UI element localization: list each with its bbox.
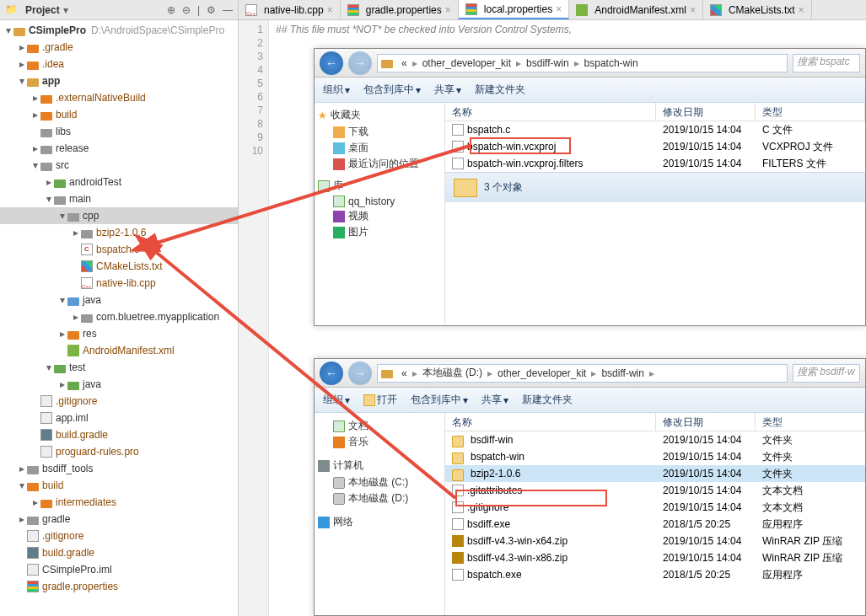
tree-label[interactable]: .gitignore <box>56 395 97 407</box>
col-date[interactable]: 修改日期 <box>656 103 756 121</box>
include-menu[interactable]: 包含到库中 ▾ <box>363 83 421 97</box>
hide-icon[interactable]: — <box>223 4 233 16</box>
tree-label[interactable]: com.bluetree.myapplication <box>96 311 219 323</box>
tree-label[interactable]: native-lib.cpp <box>96 277 156 289</box>
tree-label[interactable]: gradle <box>42 513 70 525</box>
tree-toggle[interactable]: ▸ <box>17 58 27 70</box>
tree-label[interactable]: build.gradle <box>42 547 94 559</box>
col-name[interactable]: 名称 <box>445 413 656 431</box>
share-menu[interactable]: 共享 ▾ <box>481 393 508 407</box>
explorer-sidebar[interactable]: 文档 音乐 计算机 本地磁盘 (C:) 本地磁盘 (D:) 网络 <box>315 413 445 615</box>
tree-label[interactable]: res <box>83 328 97 340</box>
file-row[interactable]: bspatch-win.vcxproj.filters2019/10/15 14… <box>445 155 865 172</box>
explorer-window-1[interactable]: ← → «▸ other_developer_kit▸ bsdiff-win▸ … <box>314 48 866 326</box>
tree-label[interactable]: bspatch.c <box>96 244 139 255</box>
include-menu[interactable]: 包含到库中 ▾ <box>411 393 468 407</box>
tree-label[interactable]: gradle.properties <box>42 581 118 592</box>
back-button[interactable]: ← <box>320 51 343 75</box>
tree-toggle[interactable]: ▸ <box>30 496 40 508</box>
share-menu[interactable]: 共享 ▾ <box>434 83 461 97</box>
organize-menu[interactable]: 组织 ▾ <box>323 393 350 407</box>
close-icon[interactable]: × <box>556 3 562 15</box>
target-icon[interactable]: ⊖ <box>182 4 191 16</box>
file-row[interactable]: bsdiff-win2019/10/15 14:04文件夹 <box>445 431 865 448</box>
explorer-window-2[interactable]: ← → «▸ 本地磁盘 (D:)▸ other_developer_kit▸ b… <box>314 358 866 616</box>
tree-toggle[interactable]: ▾ <box>3 24 13 36</box>
tree-label[interactable]: libs <box>56 126 71 137</box>
tree-label[interactable]: .externalNativeBuild <box>56 92 146 104</box>
tab-native-lib[interactable]: native-lib.cpp× <box>239 0 341 19</box>
tab-cmake[interactable]: CMakeLists.txt× <box>703 0 812 19</box>
close-icon[interactable]: × <box>327 4 333 16</box>
tree-label[interactable]: test <box>69 362 85 373</box>
tree-label[interactable]: .gradle <box>42 41 73 53</box>
tree-toggle[interactable]: ▾ <box>17 479 27 491</box>
search-input[interactable]: 搜索 bspatc <box>793 54 860 72</box>
tree-label[interactable]: java <box>83 378 101 390</box>
close-icon[interactable]: × <box>799 4 804 16</box>
back-button[interactable]: ← <box>320 362 343 385</box>
file-row[interactable]: bsdiff-v4.3-win-x86.zip2019/10/15 14:04W… <box>445 549 865 566</box>
breadcrumb[interactable]: «▸ other_developer_kit▸ bsdiff-win▸ bspa… <box>377 54 788 72</box>
tree-label[interactable]: intermediates <box>56 496 116 508</box>
file-row[interactable]: .gitignore2019/10/15 14:04文本文档 <box>445 499 865 516</box>
tree-label[interactable]: .gitignore <box>42 530 83 542</box>
close-icon[interactable]: × <box>445 4 451 16</box>
tree-toggle[interactable]: ▾ <box>57 294 67 306</box>
nav-recent[interactable]: 最近访问的位置 <box>318 156 441 172</box>
nav-documents[interactable]: 文档 <box>318 418 441 434</box>
tree-toggle[interactable]: ▸ <box>57 328 67 340</box>
nav-pictures[interactable]: 图片 <box>318 224 441 240</box>
col-type[interactable]: 类型 <box>756 413 865 431</box>
open-menu[interactable]: 打开 <box>363 393 397 407</box>
project-tree[interactable]: ▾CSimpleProD:\AndroidSpace\CSimplePro ▸.… <box>0 20 238 616</box>
tab-manifest[interactable]: AndroidManifest.xml× <box>569 0 703 19</box>
tree-label[interactable]: app <box>42 75 60 87</box>
newfolder-button[interactable]: 新建文件夹 <box>522 393 573 407</box>
tree-label[interactable]: AndroidManifest.xml <box>83 345 175 356</box>
close-icon[interactable]: × <box>690 4 696 16</box>
tree-label[interactable]: main <box>69 193 91 205</box>
tab-gradle-props[interactable]: gradle.properties× <box>341 0 459 19</box>
tree-label[interactable]: CMakeLists.txt <box>96 260 163 272</box>
tree-label[interactable]: cpp <box>83 210 99 222</box>
tree-label[interactable]: app.iml <box>56 412 89 424</box>
nav-downloads[interactable]: 下载 <box>318 124 441 140</box>
tree-label[interactable]: androidTest <box>69 176 121 188</box>
tab-local-props[interactable]: local.properties× <box>459 0 569 19</box>
tree-label[interactable]: build <box>42 479 63 491</box>
tree-toggle[interactable]: ▸ <box>44 176 54 188</box>
tree-label[interactable]: java <box>83 294 101 306</box>
file-row[interactable]: bsdiff-v4.3-win-x64.zip2019/10/15 14:04W… <box>445 533 865 549</box>
breadcrumb[interactable]: «▸ 本地磁盘 (D:)▸ other_developer_kit▸ bsdif… <box>377 364 788 383</box>
col-name[interactable]: 名称 <box>445 103 656 121</box>
tree-toggle[interactable]: ▸ <box>17 513 27 525</box>
file-row[interactable]: .gitattributes2019/10/15 14:04文本文档 <box>445 482 865 499</box>
file-row[interactable]: bspatch-win.vcxproj2019/10/15 14:04VCXPR… <box>445 138 865 155</box>
tree-label[interactable]: build <box>56 109 77 121</box>
nav-disk-c[interactable]: 本地磁盘 (C:) <box>318 474 441 490</box>
tree-label[interactable]: proguard-rules.pro <box>56 446 139 458</box>
tree-label[interactable]: CSimplePro.iml <box>42 564 112 576</box>
tree-label[interactable]: build.gradle <box>56 429 108 441</box>
nav-desktop[interactable]: 桌面 <box>318 140 441 156</box>
tree-toggle[interactable]: ▾ <box>44 193 54 205</box>
tree-label[interactable]: release <box>56 142 89 154</box>
file-row[interactable]: bspatch-win2019/10/15 14:04文件夹 <box>445 448 865 465</box>
forward-button[interactable]: → <box>348 51 372 75</box>
tree-toggle[interactable]: ▾ <box>30 159 40 171</box>
newfolder-button[interactable]: 新建文件夹 <box>475 83 525 97</box>
tree-label[interactable]: bsdiff_tools <box>42 463 94 474</box>
explorer-sidebar[interactable]: ★收藏夹 下载 桌面 最近访问的位置 库 qq_history 视频 图片 <box>315 103 445 325</box>
nav-music[interactable]: 音乐 <box>318 434 441 450</box>
chevron-down-icon[interactable]: ▾ <box>63 4 68 16</box>
file-row[interactable]: bspatch.exe2018/1/5 20:25应用程序 <box>445 566 865 583</box>
collapse-icon[interactable]: ⊕ <box>167 4 175 16</box>
nav-disk-d[interactable]: 本地磁盘 (D:) <box>318 490 441 506</box>
tree-toggle[interactable]: ▾ <box>17 75 27 87</box>
project-panel-header[interactable]: 📁 Project ▾ ⊕ ⊖ | ⚙ — <box>0 0 238 20</box>
tree-toggle[interactable]: ▸ <box>30 92 40 104</box>
tree-toggle[interactable]: ▾ <box>57 210 67 222</box>
tree-label[interactable]: src <box>56 159 69 171</box>
gear-icon[interactable]: ⚙ <box>207 4 216 16</box>
